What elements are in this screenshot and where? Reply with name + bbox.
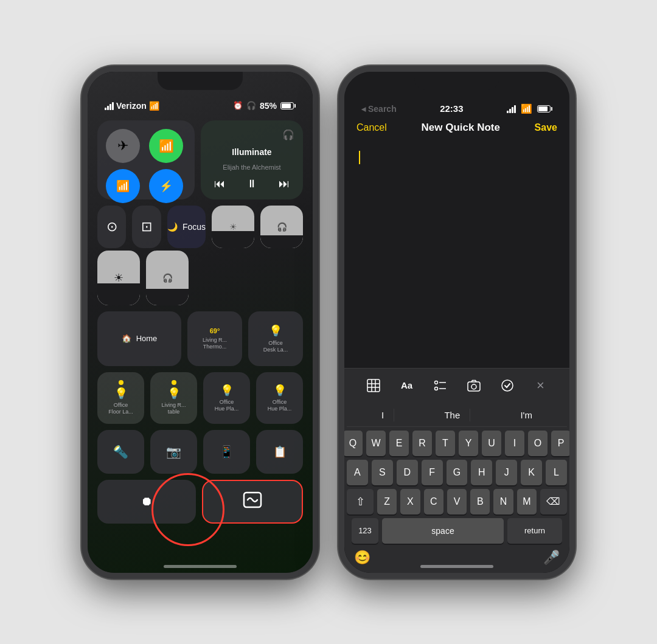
delete-key[interactable]: ⌫ [540, 489, 567, 514]
cc-row-bottom: ⏺ [97, 480, 303, 524]
key-p[interactable]: P [551, 431, 569, 456]
play-pause-button[interactable]: ⏸ [246, 178, 257, 190]
thermostat-label: Living R...Thermo... [203, 337, 227, 350]
kb-suggestions-bar: I The I'm [347, 406, 567, 427]
key-z[interactable]: Z [377, 489, 397, 514]
cc-row2b: ☀ 🎧 [97, 251, 303, 305]
flashlight-button[interactable]: 🔦 [97, 430, 144, 474]
living-table-tile[interactable]: 💡 Living R...table [150, 372, 197, 424]
screen-lock-button[interactable]: ⊙ [97, 206, 126, 248]
key-h[interactable]: H [471, 460, 492, 485]
cellular-button[interactable]: 📶 [149, 129, 183, 163]
notes-editor[interactable] [344, 141, 569, 368]
cc-sliders-2: 🎧 [260, 206, 303, 248]
home-button[interactable]: 🏠 Home [97, 311, 181, 366]
right-phone-notch [414, 72, 499, 90]
right-home-indicator [420, 565, 493, 568]
brightness-slider-tall[interactable]: ☀ [97, 251, 140, 305]
remote-button[interactable]: 📱 [203, 430, 250, 474]
text-format-button[interactable]: Aa [396, 375, 418, 396]
hue-label1: OfficeHue Pla... [215, 399, 239, 412]
bluetooth-button[interactable]: ⚡ [149, 169, 183, 203]
key-o[interactable]: O [528, 431, 548, 456]
cancel-button[interactable]: Cancel [356, 122, 387, 133]
key-v[interactable]: V [447, 489, 467, 514]
screen-lock-icon: ⊙ [106, 219, 117, 235]
brightness-slider[interactable]: ☀ [212, 206, 254, 248]
focus-button[interactable]: 🌙 Focus [167, 206, 206, 248]
quick-note-icon: 📋 [273, 445, 287, 459]
remote-icon: 📱 [219, 445, 234, 459]
cc-row3: 🏠 Home 69° Living R...Thermo... 💡 Office… [97, 311, 303, 366]
left-phone-screen: Verizon 📶 ⏰ 🎧 85% [88, 72, 313, 573]
shift-key[interactable]: ⇧ [347, 489, 374, 514]
cc-row4: 💡 OfficeFloor La... 💡 Living R...table 💡… [97, 372, 303, 424]
right-phone: ◂ Search 22:33 📶 [338, 66, 575, 579]
screen-mirror-button[interactable]: ⊡ [132, 206, 161, 248]
back-chevron-icon: ◂ [361, 104, 366, 114]
key-x[interactable]: X [400, 489, 420, 514]
desk-lamp-tile[interactable]: 💡 OfficeDesk La... [248, 311, 303, 366]
key-l[interactable]: L [546, 460, 567, 485]
headphones-status-icon: 🎧 [209, 129, 294, 140]
memokey-button[interactable] [202, 480, 303, 524]
next-track-button[interactable]: ⏭ [279, 178, 290, 190]
key-s[interactable]: S [372, 460, 393, 485]
mic-button[interactable]: 🎤 [543, 550, 560, 566]
suggestion-im[interactable]: I'm [510, 409, 542, 421]
suggestion-i[interactable]: I [372, 409, 394, 421]
thermostat-tile[interactable]: 69° Living R...Thermo... [187, 311, 242, 366]
key-g[interactable]: G [447, 460, 468, 485]
airplane-mode-button[interactable]: ✈ [106, 129, 140, 163]
hue-tile-1[interactable]: 💡 OfficeHue Pla... [203, 372, 250, 424]
table-tool-button[interactable] [363, 375, 384, 396]
suggestion-the[interactable]: The [434, 409, 470, 421]
key-e[interactable]: E [389, 431, 409, 456]
key-n[interactable]: N [493, 489, 513, 514]
key-m[interactable]: M [517, 489, 537, 514]
key-r[interactable]: R [412, 431, 432, 456]
key-k[interactable]: K [521, 460, 542, 485]
volume-slider-tall[interactable]: 🎧 [146, 251, 189, 305]
battery-tip [294, 104, 296, 108]
screen-record-button[interactable]: ⏺ [97, 480, 196, 524]
rbar2 [509, 109, 511, 113]
cc-music-controls: ⏮ ⏸ ⏭ [209, 178, 294, 190]
key-w[interactable]: W [366, 431, 386, 456]
key-d[interactable]: D [397, 460, 418, 485]
key-b[interactable]: B [470, 489, 490, 514]
markup-tool-button[interactable] [496, 375, 518, 396]
checklist-button[interactable] [429, 375, 451, 396]
key-i[interactable]: I [505, 431, 524, 456]
key-u[interactable]: U [482, 431, 501, 456]
rbar4 [514, 105, 516, 113]
save-button[interactable]: Save [535, 122, 557, 133]
camera-tool-button[interactable] [463, 375, 485, 396]
wifi-button[interactable]: 📶 [106, 169, 140, 203]
camera-icon: 📷 [166, 445, 181, 459]
hue-tile-2[interactable]: 💡 OfficeHue Pla... [256, 372, 303, 424]
quick-note-button[interactable]: 📋 [256, 430, 303, 474]
record-icon: ⏺ [141, 494, 153, 508]
key-f[interactable]: F [422, 460, 443, 485]
numbers-key[interactable]: 123 [352, 518, 378, 544]
key-j[interactable]: J [496, 460, 517, 485]
key-y[interactable]: Y [459, 431, 478, 456]
key-q[interactable]: Q [344, 431, 363, 456]
signal-bars-icon [105, 102, 114, 110]
office-floor-tile[interactable]: 💡 OfficeFloor La... [97, 372, 144, 424]
hue-label2: OfficeHue Pla... [268, 399, 292, 412]
camera-button[interactable]: 📷 [150, 430, 197, 474]
space-key[interactable]: space [382, 518, 504, 544]
emoji-button[interactable]: 😊 [354, 550, 370, 566]
volume-slider[interactable]: 🎧 [260, 206, 303, 248]
close-toolbar-button[interactable]: × [530, 375, 552, 396]
key-a[interactable]: A [347, 460, 368, 485]
battery-icon [280, 102, 296, 109]
return-key[interactable]: return [507, 518, 562, 544]
text-cursor [359, 151, 360, 164]
prev-track-button[interactable]: ⏮ [214, 178, 225, 190]
key-c[interactable]: C [424, 489, 443, 514]
back-label[interactable]: Search [368, 104, 397, 114]
key-t[interactable]: T [436, 431, 455, 456]
